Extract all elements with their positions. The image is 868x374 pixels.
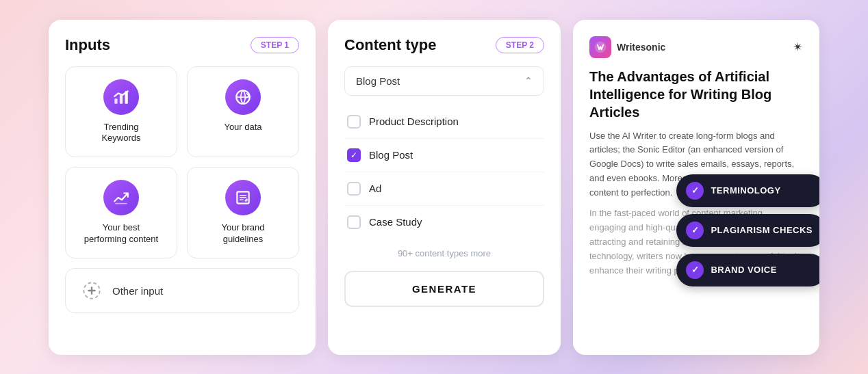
other-input-icon [79,278,104,303]
input-card-trending-keywords[interactable]: TrendingKeywords [65,66,177,158]
brand-voice-badge[interactable]: ✓ BRAND VOICE [676,254,819,286]
input-cards-grid: TrendingKeywords Your data [65,66,299,259]
plagiarism-icon: ✓ [686,222,704,239]
checkbox-ad[interactable]: Ad [344,172,544,206]
main-container: Inputs STEP 1 TrendingKeywords [35,6,833,369]
brand-guidelines-icon [225,180,261,215]
brand-guidelines-label: Your brandguidelines [221,222,264,245]
terminology-label: TERMINOLOGY [711,185,780,196]
terminology-badge[interactable]: ✓ TERMINOLOGY [676,174,819,207]
content-type-header: Content type STEP 2 [344,36,544,54]
selected-type-label: Blog Post [356,75,400,87]
content-type-title: Content type [344,36,436,54]
terminology-icon: ✓ [686,182,704,200]
brand-voice-icon: ✓ [686,261,704,279]
checkbox-product-description-box[interactable] [347,115,361,129]
step1-badge: STEP 1 [251,37,299,53]
writesonic-logo-row: Writesonic [589,36,665,58]
input-card-best-performing[interactable]: Your bestperforming content [65,167,177,258]
article-title: The Advantages of Artificial Intelligenc… [589,68,803,121]
more-content-types: 90+ content types more [344,239,544,271]
other-input-card[interactable]: Other input [65,268,299,313]
inputs-header: Inputs STEP 1 [65,36,299,54]
chevron-up-icon: ⌃ [524,75,533,86]
preview-panel: Writesonic ✴ The Advantages of Artificia… [573,20,819,355]
brand-voice-label: BRAND VOICE [711,265,777,275]
best-performing-icon [103,180,139,215]
best-performing-label: Your bestperforming content [84,222,158,245]
your-data-icon [225,79,261,115]
wand-icon[interactable]: ✴ [793,40,803,55]
checkbox-case-study-box[interactable] [347,215,361,229]
writesonic-name: Writesonic [617,42,665,53]
your-data-label: Your data [224,122,261,133]
generate-button[interactable]: GENERATE [344,271,544,307]
svg-rect-1 [120,94,123,103]
case-study-label: Case Study [369,216,422,228]
preview-header: Writesonic ✴ [589,36,803,58]
step2-badge: STEP 2 [496,37,544,53]
trending-keywords-label: TrendingKeywords [101,122,140,145]
blog-post-label: Blog Post [369,149,413,161]
content-type-dropdown[interactable]: Blog Post ⌃ [344,66,544,96]
writesonic-logo [589,36,611,58]
other-input-label: Other input [112,285,163,297]
input-card-your-data[interactable]: Your data [187,66,299,158]
checkbox-case-study[interactable]: Case Study [344,206,544,239]
checkbox-blog-post[interactable]: ✓ Blog Post [344,139,544,172]
svg-rect-0 [114,98,117,104]
checkbox-ad-box[interactable] [347,182,361,196]
check-icon: ✓ [350,151,357,159]
trending-keywords-icon [103,79,139,115]
product-description-label: Product Description [369,116,459,127]
input-card-brand-guidelines[interactable]: Your brandguidelines [187,167,299,258]
plagiarism-checks-label: PLAGIARISM CHECKS [711,225,813,235]
checkbox-blog-post-box[interactable]: ✓ [347,148,361,162]
floating-badges: ✓ TERMINOLOGY ✓ PLAGIARISM CHECKS ✓ BRAN… [676,174,819,286]
plagiarism-checks-badge[interactable]: ✓ PLAGIARISM CHECKS [676,214,819,247]
ad-label: Ad [369,183,381,194]
content-type-panel: Content type STEP 2 Blog Post ⌃ Product … [328,20,561,355]
inputs-title: Inputs [65,36,110,54]
inputs-panel: Inputs STEP 1 TrendingKeywords [49,20,316,355]
content-type-list: Product Description ✓ Blog Post Ad Case … [344,105,544,239]
checkbox-product-description[interactable]: Product Description [344,105,544,139]
